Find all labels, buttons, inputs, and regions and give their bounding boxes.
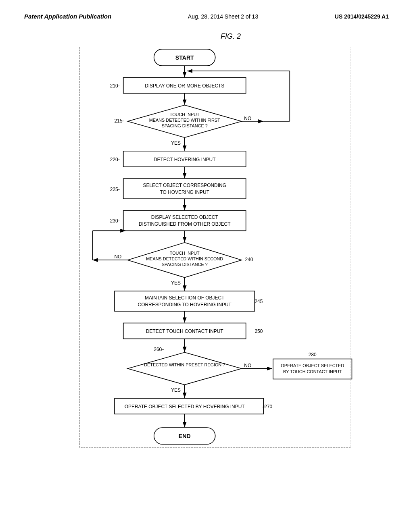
svg-text:⌐: ⌐: [263, 404, 265, 409]
svg-marker-61: [128, 352, 242, 384]
svg-text:TOUCH INPUT: TOUCH INPUT: [170, 112, 200, 117]
svg-text:TOUCH INPUT: TOUCH INPUT: [170, 251, 200, 256]
page-header: Patent Application Publication Aug. 28, …: [0, 0, 413, 24]
svg-rect-27: [123, 179, 246, 199]
svg-text:SELECT OBJECT CORRESPONDING: SELECT OBJECT CORRESPONDING: [143, 183, 226, 188]
svg-text:⌐: ⌐: [117, 157, 120, 162]
svg-text:DISPLAY SELECTED OBJECT: DISPLAY SELECTED OBJECT: [151, 214, 219, 220]
svg-rect-50: [115, 291, 254, 311]
header-center: Aug. 28, 2014 Sheet 2 of 13: [188, 13, 258, 20]
svg-text:270: 270: [264, 404, 272, 409]
svg-text:SPACING DISTANCE ?: SPACING DISTANCE ?: [162, 262, 208, 267]
svg-text:⌐: ⌐: [117, 83, 120, 89]
svg-text:START: START: [175, 54, 194, 61]
svg-text:240: 240: [245, 257, 253, 262]
svg-text:NO: NO: [114, 254, 121, 260]
header-left: Patent Application Publication: [24, 13, 111, 20]
svg-text:DETECT TOUCH CONTACT INPUT: DETECT TOUCH CONTACT INPUT: [146, 328, 224, 334]
svg-text:OPERATE OBJECT SELECTED BY HOV: OPERATE OBJECT SELECTED BY HOVERING INPU…: [125, 404, 245, 409]
fig-label: FIG. 2: [73, 32, 389, 41]
svg-text:BY TOUCH CONTACT INPUT: BY TOUCH CONTACT INPUT: [283, 369, 342, 374]
svg-text:OPERATE OBJECT SELECTED: OPERATE OBJECT SELECTED: [281, 363, 344, 368]
svg-text:CORRESPONDING TO HOVERING INPU: CORRESPONDING TO HOVERING INPUT: [138, 302, 232, 308]
svg-text:260: 260: [154, 347, 162, 352]
svg-text:DISTINGUISHED FROM OTHER OBJEC: DISTINGUISHED FROM OTHER OBJECT: [139, 221, 231, 227]
svg-text:DETECTED WITHIN PRESET REGION : DETECTED WITHIN PRESET REGION ?: [144, 362, 225, 367]
svg-text:250: 250: [254, 328, 263, 334]
svg-text:MEANS DETECTED WITHIN FIRST: MEANS DETECTED WITHIN FIRST: [149, 118, 220, 123]
svg-text:YES: YES: [171, 387, 181, 393]
diagram-area: FIG. 2 START DISPLAY ONE OR MORE OBJECTS…: [0, 24, 413, 532]
header-right: US 2014/0245229 A1: [335, 13, 389, 20]
svg-text:NO: NO: [244, 116, 251, 121]
svg-text:YES: YES: [171, 140, 181, 146]
svg-text:NO: NO: [244, 363, 251, 368]
svg-text:SPACING DISTANCE ?: SPACING DISTANCE ?: [162, 123, 208, 128]
svg-text:⌐: ⌐: [161, 347, 164, 352]
svg-text:YES: YES: [171, 280, 181, 286]
svg-rect-78: [79, 47, 351, 447]
flowchart: START DISPLAY ONE OR MORE OBJECTS 210 ⌐ …: [53, 45, 360, 526]
flowchart-svg: START DISPLAY ONE OR MORE OBJECTS 210 ⌐ …: [53, 45, 360, 526]
svg-text:TO HOVERING INPUT: TO HOVERING INPUT: [160, 189, 209, 195]
svg-text:245: 245: [254, 299, 263, 304]
svg-text:280: 280: [309, 352, 317, 357]
svg-rect-33: [123, 210, 246, 231]
svg-text:MEANS DETECTED WITHIN SECOND: MEANS DETECTED WITHIN SECOND: [146, 256, 223, 261]
svg-text:END: END: [179, 433, 191, 439]
svg-text:DISPLAY ONE OR MORE OBJECTS: DISPLAY ONE OR MORE OBJECTS: [145, 83, 224, 89]
svg-text:⌐: ⌐: [117, 187, 120, 192]
svg-text:MAINTAIN SELECTION OF OBJECT: MAINTAIN SELECTION OF OBJECT: [145, 295, 225, 301]
svg-text:⌐: ⌐: [117, 218, 120, 224]
svg-text:DETECT HOVERING INPUT: DETECT HOVERING INPUT: [154, 157, 216, 162]
svg-text:⌐: ⌐: [121, 118, 124, 124]
